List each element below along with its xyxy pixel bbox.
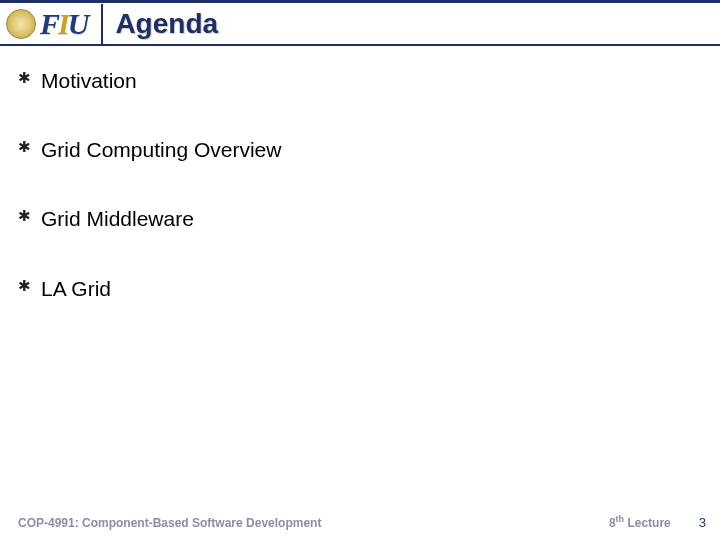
bullet-text: LA Grid	[41, 276, 111, 301]
bullet-item: ✱ Motivation	[18, 68, 702, 93]
bullet-text: Grid Middleware	[41, 206, 194, 231]
lecture-word: Lecture	[624, 516, 671, 530]
asterisk-icon: ✱	[18, 208, 31, 223]
slide-header: F I U Agenda	[0, 0, 720, 46]
footer-lecture: 8th Lecture	[609, 514, 671, 530]
logo-letter-i: I	[58, 7, 68, 41]
logo-letter-f: F	[40, 7, 58, 41]
asterisk-icon: ✱	[18, 70, 31, 85]
bullet-item: ✱ LA Grid	[18, 276, 702, 301]
page-number: 3	[699, 515, 706, 530]
asterisk-icon: ✱	[18, 139, 31, 154]
bullet-text: Motivation	[41, 68, 137, 93]
bullet-text: Grid Computing Overview	[41, 137, 281, 162]
fiu-logo: F I U	[40, 7, 87, 41]
bullet-item: ✱ Grid Middleware	[18, 206, 702, 231]
footer-course: COP-4991: Component-Based Software Devel…	[18, 516, 321, 530]
lecture-ordinal: th	[616, 514, 625, 524]
footer-right: 8th Lecture 3	[609, 514, 706, 530]
asterisk-icon: ✱	[18, 278, 31, 293]
bullet-item: ✱ Grid Computing Overview	[18, 137, 702, 162]
slide-footer: COP-4991: Component-Based Software Devel…	[0, 514, 720, 530]
slide-content: ✱ Motivation ✱ Grid Computing Overview ✱…	[0, 46, 720, 301]
lecture-number: 8	[609, 516, 616, 530]
slide-title: Agenda	[111, 8, 218, 40]
university-seal-icon	[6, 9, 36, 39]
logo-letter-u: U	[68, 7, 88, 41]
header-divider	[101, 4, 103, 44]
